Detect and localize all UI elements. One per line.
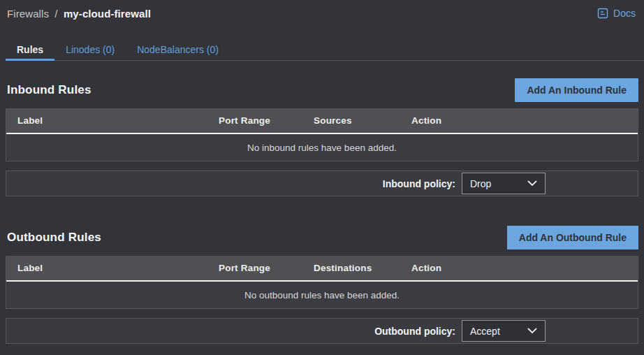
outbound-rules-title: Outbound Rules [6,231,101,245]
outbound-col-action: Action [411,263,638,273]
inbound-policy-row: Inbound policy: Drop [6,171,638,196]
outbound-table-header: Label Port Range Destinations Action [6,256,638,282]
outbound-policy-value: Accept [470,326,500,337]
outbound-policy-label: Outbound policy: [374,326,455,337]
inbound-rules-table: Label Port Range Sources Action No inbou… [6,108,638,161]
inbound-col-action: Action [411,115,638,126]
docs-icon [597,8,608,19]
inbound-policy-value: Drop [470,178,491,189]
breadcrumb-current-firewall: my-cloud-firewall [64,8,151,20]
tab-nodebalancers-label: NodeBalancers (0) [137,44,219,55]
outbound-rules-table: Label Port Range Destinations Action No … [6,256,638,309]
inbound-policy-label: Inbound policy: [383,178,455,189]
outbound-col-label: Label [17,263,219,273]
tab-linodes-label: Linodes (0) [66,44,115,55]
inbound-table-header: Label Port Range Sources Action [6,108,638,134]
firewall-tabs: Rules Linodes (0) NodeBalancers (0) [6,38,644,61]
outbound-section-header: Outbound Rules Add An Outbound Rule [6,226,638,249]
docs-link[interactable]: Docs [597,8,636,19]
add-outbound-rule-button[interactable]: Add An Outbound Rule [507,226,638,249]
tab-rules-label: Rules [17,44,43,55]
tab-linodes[interactable]: Linodes (0) [54,38,126,60]
breadcrumb-firewalls-link[interactable]: Firewalls [7,8,49,20]
chevron-down-icon [527,180,537,187]
tab-rules[interactable]: Rules [6,38,54,60]
inbound-col-label: Label [17,115,219,126]
page-header: Firewalls / my-cloud-firewall Docs [0,0,644,22]
tab-nodebalancers[interactable]: NodeBalancers (0) [126,38,230,60]
inbound-rules-section: Inbound Rules Add An Inbound Rule Label … [6,78,638,196]
inbound-empty-message: No inbound rules have been added. [6,134,638,161]
outbound-col-port-range: Port Range [219,263,314,273]
outbound-empty-message: No outbound rules have been added. [6,282,638,308]
inbound-policy-select[interactable]: Drop [462,173,546,194]
outbound-rules-section: Outbound Rules Add An Outbound Rule Labe… [6,226,638,344]
outbound-col-destinations: Destinations [314,263,411,273]
breadcrumb-separator: / [54,8,57,20]
docs-link-label: Docs [613,8,636,19]
breadcrumb: Firewalls / my-cloud-firewall [7,8,151,20]
inbound-rules-title: Inbound Rules [6,83,92,97]
chevron-down-icon [527,328,537,334]
inbound-col-port-range: Port Range [219,115,314,126]
inbound-section-header: Inbound Rules Add An Inbound Rule [6,78,638,102]
inbound-col-sources: Sources [314,115,411,126]
add-inbound-rule-button[interactable]: Add An Inbound Rule [515,78,638,102]
outbound-policy-row: Outbound policy: Accept [6,318,638,344]
outbound-policy-select[interactable]: Accept [462,320,546,342]
